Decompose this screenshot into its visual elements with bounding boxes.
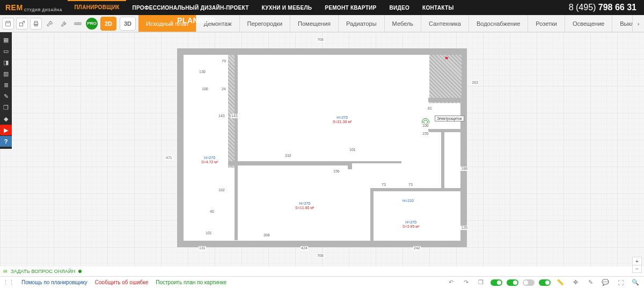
tab-water[interactable]: Водоснабжение	[469, 15, 528, 32]
dim-right: 263	[471, 81, 479, 85]
pro-badge[interactable]: PRO	[86, 18, 98, 30]
dim-seg: 155	[422, 132, 429, 136]
online-dot-icon	[78, 270, 82, 273]
footer-help-link[interactable]: Помощь по планировщику	[21, 279, 87, 285]
palette-shape-icon[interactable]: ◆	[0, 113, 12, 124]
palette-door-icon[interactable]: ◨	[0, 57, 12, 68]
edit-icon[interactable]: ✎	[585, 278, 596, 287]
zoom-out-button[interactable]: −	[633, 265, 641, 272]
redo-icon[interactable]: ↷	[460, 278, 471, 287]
inner-wall	[428, 98, 463, 102]
palette-wall-icon[interactable]: ▭	[0, 46, 12, 56]
dim-seg: 242	[413, 246, 421, 250]
view-3d-button[interactable]: 3D	[120, 17, 136, 31]
layers-icon[interactable]: ❐	[475, 278, 486, 287]
dim-seg: 424	[301, 246, 308, 250]
nav-design-project[interactable]: ПРОФЕССИОНАЛЬНЫЙ ДИЗАЙН-ПРОЕКТ	[126, 5, 255, 11]
room-label: H=210	[402, 199, 414, 203]
undo-icon[interactable]: ↶	[445, 278, 456, 287]
dim-seg: 332	[284, 154, 292, 158]
toggle-grid[interactable]	[523, 279, 535, 286]
chat-label: ЗАДАТЬ ВОПРОС ОНЛАЙН	[11, 269, 75, 274]
dim-seg: 73	[408, 183, 413, 187]
comment-icon[interactable]: 💬	[600, 278, 611, 287]
dim-seg: 24	[221, 87, 226, 91]
phone-prefix: 8 (495)	[569, 3, 598, 12]
tool-hammer-icon[interactable]	[44, 18, 56, 30]
zoom-in-button[interactable]: +	[633, 257, 641, 265]
floor-plan[interactable]: Электрощиток ⚑ H=270S=21.38 м² H=270S=4.…	[177, 48, 467, 247]
pan-icon[interactable]: ✥	[570, 278, 581, 287]
dim-seg: 100	[422, 124, 429, 128]
palette-help-button[interactable]: ?	[0, 136, 12, 147]
palette-grid-icon[interactable]: ▦	[0, 34, 12, 45]
footer-build-link[interactable]: Построить план по картинке	[156, 279, 226, 285]
inner-wall	[348, 161, 401, 163]
tab-lighting[interactable]: Освещение	[565, 15, 612, 32]
nav-renovation[interactable]: РЕМОНТ КВАРТИР	[318, 5, 383, 11]
dim-top: 768	[317, 38, 324, 42]
palette-youtube-icon[interactable]: ▶	[0, 125, 12, 135]
palette-window-icon[interactable]: ▥	[0, 68, 12, 79]
tool-wrench-icon[interactable]	[58, 18, 70, 30]
inner-wall	[228, 161, 352, 165]
measure-icon[interactable]: 📏	[555, 278, 566, 287]
tool-measure-icon[interactable]	[72, 18, 84, 30]
palette-layers-icon[interactable]: ❐	[0, 102, 12, 113]
palette-note-icon[interactable]: ✎	[0, 91, 12, 102]
nav-planner[interactable]: ПЛАНИРОВЩИК	[68, 0, 126, 15]
canvas[interactable]: Электрощиток ⚑ H=270S=21.38 м² H=270S=4.…	[0, 32, 644, 267]
room-label: H=270S=21.38 м²	[333, 116, 352, 124]
footer-tools: ↶ ↷ ❐ 📏 ✥ ✎ 💬 ⛶ 🔍	[445, 278, 641, 287]
logo[interactable]: REM PLANNER СТУДИЯ ДИЗАЙНА	[0, 3, 68, 12]
dim-seg: 143	[231, 114, 238, 118]
dim-seg: 125	[460, 226, 468, 230]
chat-icon: ✉	[3, 269, 8, 274]
electro-panel-label: Электрощиток	[435, 116, 464, 121]
outer-walls	[177, 48, 467, 247]
logo-subtitle: СТУДИЯ ДИЗАЙНА	[24, 8, 63, 12]
flag-icon: ⚑	[444, 56, 449, 61]
footer: ⋮⋮ Помощь по планировщику Сообщить об ош…	[0, 276, 644, 288]
export-icon[interactable]	[16, 18, 28, 30]
view-2d-button[interactable]: 2D	[100, 17, 116, 31]
search-icon[interactable]: 🔍	[630, 278, 641, 287]
nav-contacts[interactable]: КОНТАКТЫ	[416, 5, 460, 11]
left-palette: ▦ ▭ ◨ ▥ ≣ ✎ ❐ ◆ ▶ ?	[0, 32, 12, 149]
nav-kitchens[interactable]: КУХНИ И МЕБЕЛЬ	[255, 5, 319, 11]
toolbar-file-icons: PRO 2D 3D	[0, 15, 138, 32]
dim-seg: 131	[199, 246, 206, 250]
toggle-labels[interactable]	[507, 279, 518, 286]
footer-handle-icon[interactable]: ⋮⋮	[3, 278, 14, 287]
palette-stairs-icon[interactable]: ≣	[0, 80, 12, 90]
save-icon[interactable]	[2, 18, 14, 30]
hatched-shaft	[429, 55, 462, 103]
tab-switches[interactable]: Выключатели	[612, 15, 632, 32]
zoom-controls: + −	[632, 257, 642, 273]
chat-online[interactable]: ✉ ЗАДАТЬ ВОПРОС ОНЛАЙН	[0, 267, 85, 276]
footer-report-link[interactable]: Сообщить об ошибке	[95, 279, 148, 285]
column	[228, 55, 235, 168]
header-phone: 8 (495) 798 66 31	[561, 3, 644, 12]
dim-seg: 156	[333, 169, 340, 174]
inner-wall	[235, 55, 238, 240]
print-icon[interactable]	[30, 18, 42, 30]
logo-brand-a: REM	[5, 3, 23, 12]
toggle-dims[interactable]	[491, 279, 502, 286]
fit-icon[interactable]: ⛶	[615, 278, 626, 287]
svg-rect-3	[35, 21, 38, 23]
dim-seg: 130	[199, 70, 206, 74]
dim-seg: 101	[205, 231, 213, 235]
tabs-scroll-right[interactable]: ›	[632, 15, 644, 32]
tab-sockets[interactable]: Розетки	[528, 15, 565, 32]
room-label: H=270S=4.72 м²	[201, 156, 218, 164]
dim-seg: 73	[381, 183, 386, 187]
room-label: H=270S=3.95 м²	[402, 220, 419, 229]
nav-video[interactable]: ВИДЕО	[383, 5, 416, 11]
dim-seg: 368	[263, 233, 270, 237]
phone-main: 798 66 31	[598, 3, 636, 12]
toggle-snap[interactable]	[539, 279, 551, 286]
dim-bottom: 768	[317, 254, 324, 258]
dim-seg: 81	[427, 106, 433, 111]
dim-seg: 100	[201, 87, 209, 91]
